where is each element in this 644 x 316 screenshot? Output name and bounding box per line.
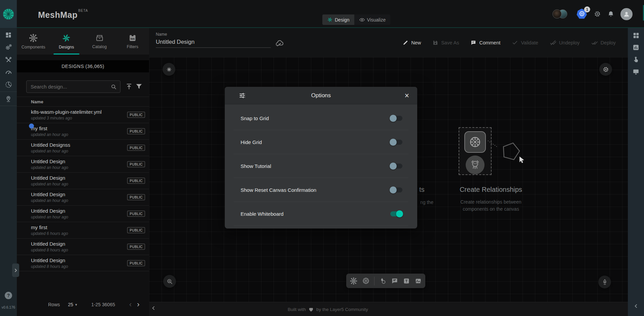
dock-image-tool[interactable] [415,277,422,285]
dock-divider [374,277,374,285]
sidebar-item-lifecycle[interactable] [0,41,17,54]
tools-dock [346,274,425,288]
sidebar-item-dashboard[interactable] [0,29,17,41]
search-icon[interactable] [110,83,117,90]
crossed-double-check-icon [550,39,557,46]
design-name-input[interactable] [156,39,271,48]
layer5-mesh-icon [2,8,15,21]
option-hide-grid: Hide Grid [225,130,417,154]
design-row[interactable]: my firstupdated an hour agoPUBLIC [17,123,149,139]
design-row[interactable]: Untitled Designupdated 8 hours agoPUBLIC [17,255,149,271]
visibility-badge[interactable]: PUBLIC [127,260,145,266]
close-icon[interactable]: × [405,92,409,99]
help-button[interactable]: ? [5,292,12,299]
notifications-bell-icon[interactable] [607,10,614,17]
right-rail-display[interactable] [628,66,644,78]
kubernetes-node[interactable] [464,131,486,153]
option-divider [234,202,408,202]
tab-filters[interactable]: Filters [116,28,149,55]
sidebar-item-meshmap[interactable] [0,93,17,105]
snap-to-grid-toggle[interactable] [390,116,402,121]
whiteboard-pen-button[interactable] [598,276,611,288]
sidebar-item-configuration[interactable] [0,54,17,66]
chevron-left-icon[interactable] [633,303,639,309]
app-footer: Built with by the Layer5 Community [149,302,628,316]
right-rail-widgets[interactable] [628,29,644,41]
dock-text-tool[interactable] [403,277,410,285]
visibility-badge[interactable]: PUBLIC [127,112,145,118]
show-tutorial-toggle[interactable] [390,164,402,169]
tab-visualize[interactable]: Visualize [354,14,391,25]
design-row[interactable]: Untitled Designupdated an hour agoPUBLIC [17,156,149,172]
visibility-badge[interactable]: PUBLIC [127,178,145,184]
enable-whiteboard-toggle[interactable] [390,211,402,216]
dock-comment-tool[interactable] [391,277,398,285]
comment-button[interactable]: Comment [470,40,500,46]
hide-grid-toggle[interactable] [390,140,402,145]
kubernetes-context-button[interactable]: 1 [577,9,587,20]
cursor-arrow-icon [520,156,524,163]
built-with-credit: Built with by the Layer5 Community [288,302,368,316]
collaborator-avatars[interactable] [552,9,567,19]
dock-shapes-tool[interactable] [379,277,387,285]
design-row[interactable]: Untitled Designupdated an hour agoPUBLIC [17,205,149,222]
visibility-badge[interactable]: PUBLIC [127,227,145,233]
sidebar-item-performance[interactable] [0,66,17,78]
chevron-down-icon[interactable]: ▾ [75,303,77,307]
search-input[interactable] [27,84,110,90]
zoom-button[interactable] [163,275,176,288]
new-button[interactable]: New [402,40,421,46]
tab-components[interactable]: Components [17,28,50,55]
sidebar-item-extensions[interactable] [0,78,17,91]
undeploy-button[interactable]: Undeploy [550,39,580,46]
option-snap-to-grid: Snap to Grid [225,106,417,130]
comment-icon [470,40,476,46]
design-row[interactable]: Untitled Designupdated 8 hours agoPUBLIC [17,238,149,255]
right-rail-interact[interactable] [628,54,644,66]
visibility-badge[interactable]: PUBLIC [127,161,145,167]
canvas-quick-actions-button[interactable] [163,63,175,76]
option-reset-confirmation: Show Reset Canvas Confirmation [225,178,417,202]
meshery-node[interactable] [466,155,485,174]
reset-canvas-confirmation-toggle[interactable] [390,187,402,192]
tab-design[interactable]: Design [322,14,354,25]
import-design-icon[interactable] [125,83,133,91]
chevron-left-icon[interactable] [151,305,156,311]
deploy-button[interactable]: Deploy [591,39,616,46]
visibility-badge[interactable]: PUBLIC [127,211,145,217]
dock-component-tool[interactable] [350,277,358,285]
settings-gear-icon[interactable] [594,10,601,18]
design-row[interactable]: Untitled Designupdated an hour agoPUBLIC [17,189,149,205]
visibility-badge[interactable]: PUBLIC [127,128,145,134]
rows-per-page-select[interactable]: 25 [68,302,73,307]
user-avatar[interactable] [620,8,633,20]
design-row[interactable]: my firstupdated 6 hours agoPUBLIC [17,222,149,238]
option-divider [234,130,408,130]
right-rail-charts[interactable] [628,41,644,54]
layer5-logo[interactable] [0,0,17,28]
prev-page-button[interactable]: ‹ [129,302,132,307]
collaborator-avatar-1[interactable] [552,9,562,19]
name-column-header[interactable]: Name [17,97,149,106]
canvas-settings-button[interactable] [599,63,612,76]
dock-kubernetes-tool[interactable] [362,277,370,285]
pencil-icon [402,40,408,46]
validate-button[interactable]: Validate [512,39,538,46]
design-row[interactable]: Untitled Designssupdated an hour agoPUBL… [17,139,149,156]
design-row[interactable]: k8s-wasm-plugin-ratelimiter.ymlupdated 3… [17,106,149,123]
visibility-badge[interactable]: PUBLIC [127,194,145,200]
tab-catalog[interactable]: Catalog [83,28,116,55]
next-page-button[interactable]: › [137,302,139,307]
designs-panel: Components Designs Catalog Filters DESIG… [17,28,149,316]
tab-designs[interactable]: Designs [50,28,83,55]
design-row[interactable]: Untitled Designupdated an hour agoPUBLIC [17,172,149,189]
cloud-saved-icon [275,39,284,48]
visibility-badge[interactable]: PUBLIC [127,244,145,250]
filter-funnel-icon[interactable] [135,83,143,90]
touch-hand-icon [632,56,640,63]
panel-collapse-handle[interactable] [12,264,19,277]
options-list: Snap to Grid Hide Grid Show Tutorial Sho… [225,104,417,226]
save-as-button[interactable]: Save As [432,40,459,46]
pagination-bar: Rows 25 ▾ 1-25 36065 ‹ › [17,302,149,307]
visibility-badge[interactable]: PUBLIC [127,145,145,151]
